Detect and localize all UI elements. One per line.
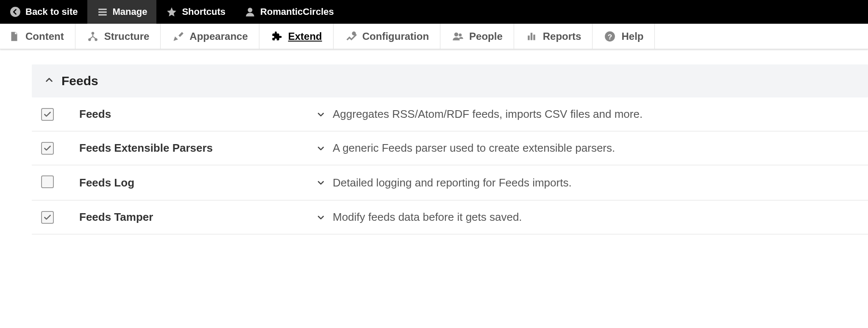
admin-toolbar: Back to site Manage Shortcuts RomanticCi…: [0, 0, 868, 24]
module-checkbox[interactable]: [41, 211, 54, 224]
nav-reports[interactable]: Reports: [514, 24, 593, 49]
nav-extend-label: Extend: [288, 31, 322, 42]
page-content: Feeds FeedsAggregates RSS/Atom/RDF feeds…: [0, 49, 868, 234]
module-checkbox-wrap: [41, 142, 79, 155]
svg-point-9: [459, 33, 462, 36]
nav-help[interactable]: ? Help: [593, 24, 655, 49]
module-checkbox[interactable]: [41, 175, 54, 188]
module-name: Feeds Extensible Parsers: [79, 142, 317, 155]
nav-configuration-label: Configuration: [362, 31, 429, 42]
svg-point-0: [10, 7, 20, 17]
module-list: FeedsAggregates RSS/Atom/RDF feeds, impo…: [32, 97, 868, 234]
module-name: Feeds Log: [79, 176, 317, 189]
svg-rect-10: [528, 35, 529, 40]
svg-rect-12: [533, 34, 535, 40]
appearance-icon: [172, 30, 184, 43]
module-description-wrap: Modify feeds data before it gets saved.: [317, 211, 864, 224]
svg-point-5: [91, 32, 94, 35]
module-checkbox-wrap: [41, 108, 79, 121]
module-checkbox[interactable]: [41, 142, 54, 155]
module-description: Modify feeds data before it gets saved.: [333, 211, 522, 224]
module-description: Aggregates RSS/Atom/RDF feeds, imports C…: [333, 108, 643, 121]
module-name: Feeds: [79, 108, 317, 121]
module-checkbox[interactable]: [41, 108, 54, 121]
nav-content-label: Content: [25, 31, 64, 42]
manage-button[interactable]: Manage: [87, 0, 157, 24]
nav-structure-label: Structure: [104, 31, 150, 42]
module-group-title: Feeds: [61, 74, 98, 88]
extend-icon: [270, 30, 283, 43]
svg-rect-11: [531, 33, 532, 40]
svg-rect-2: [98, 11, 107, 13]
back-to-site-label: Back to site: [25, 6, 78, 17]
chevron-up-icon: [45, 75, 54, 86]
module-row: Feeds TamperModify feeds data before it …: [32, 200, 868, 234]
nav-appearance[interactable]: Appearance: [161, 24, 259, 49]
configuration-icon: [345, 30, 357, 43]
chevron-down-icon[interactable]: [317, 144, 325, 153]
manage-label: Manage: [113, 6, 147, 17]
module-row: Feeds Extensible ParsersA generic Feeds …: [32, 131, 868, 165]
shortcuts-label: Shortcuts: [182, 6, 225, 17]
nav-structure[interactable]: Structure: [75, 24, 161, 49]
nav-reports-label: Reports: [543, 31, 581, 42]
module-description: Detailed logging and reporting for Feeds…: [333, 176, 572, 189]
user-icon: [244, 6, 256, 18]
user-label: RomanticCircles: [260, 6, 334, 17]
nav-appearance-label: Appearance: [189, 31, 248, 42]
module-name: Feeds Tamper: [79, 211, 317, 224]
module-row: Feeds LogDetailed logging and reporting …: [32, 165, 868, 200]
content-icon: [8, 30, 20, 43]
module-description-wrap: Aggregates RSS/Atom/RDF feeds, imports C…: [317, 108, 864, 121]
module-checkbox-wrap: [41, 211, 79, 224]
star-icon: [166, 6, 178, 18]
nav-extend[interactable]: Extend: [259, 24, 334, 49]
chevron-down-icon[interactable]: [317, 110, 325, 119]
user-menu-button[interactable]: RomanticCircles: [235, 0, 343, 24]
module-description: A generic Feeds parser used to create ex…: [333, 142, 615, 155]
module-checkbox-wrap: [41, 175, 79, 190]
module-description-wrap: A generic Feeds parser used to create ex…: [317, 142, 864, 155]
module-description-wrap: Detailed logging and reporting for Feeds…: [317, 176, 864, 189]
svg-point-8: [454, 32, 458, 36]
admin-nav: Content Structure Appearance Extend Conf…: [0, 24, 868, 49]
module-row: FeedsAggregates RSS/Atom/RDF feeds, impo…: [32, 97, 868, 131]
nav-people[interactable]: People: [440, 24, 514, 49]
nav-configuration[interactable]: Configuration: [334, 24, 440, 49]
svg-rect-3: [98, 14, 107, 15]
svg-text:?: ?: [608, 32, 612, 41]
hamburger-icon: [97, 6, 108, 18]
people-icon: [451, 30, 464, 43]
svg-point-4: [248, 8, 253, 12]
back-to-site-button[interactable]: Back to site: [0, 0, 87, 24]
help-icon: ?: [604, 30, 616, 43]
structure-icon: [86, 30, 99, 43]
nav-content[interactable]: Content: [0, 24, 75, 49]
nav-people-label: People: [469, 31, 503, 42]
chevron-down-icon[interactable]: [317, 178, 325, 187]
nav-help-label: Help: [621, 31, 643, 42]
reports-icon: [525, 30, 538, 43]
shortcuts-button[interactable]: Shortcuts: [156, 0, 235, 24]
module-group-header[interactable]: Feeds: [32, 64, 868, 97]
chevron-down-icon[interactable]: [317, 213, 325, 222]
svg-rect-1: [98, 8, 107, 10]
back-arrow-icon: [9, 6, 21, 18]
